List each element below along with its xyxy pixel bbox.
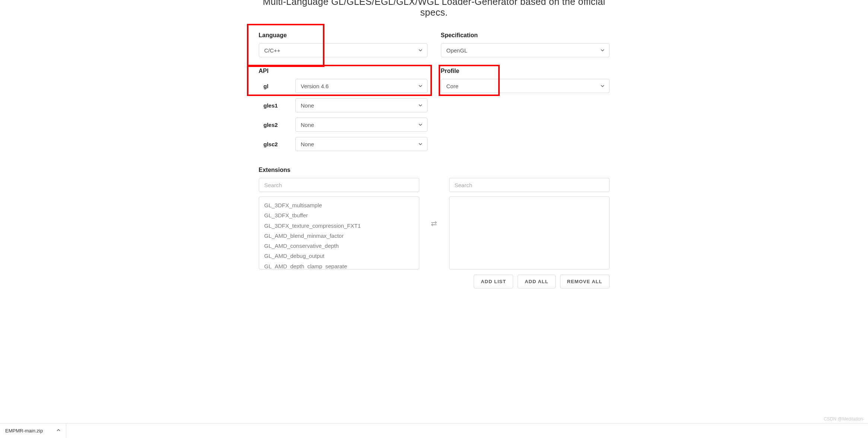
extensions-label: Extensions [259, 167, 610, 173]
ext-item[interactable]: GL_AMD_blend_minmax_factor [259, 231, 419, 241]
language-block: Language C/C++ [259, 32, 427, 57]
ext-item[interactable]: GL_AMD_debug_output [259, 251, 419, 261]
extensions-swap-col: ⇄ [419, 178, 449, 228]
api-glsc2-select[interactable]: None [295, 137, 427, 151]
extensions-selected-search-input[interactable] [449, 178, 610, 192]
extensions-available-list[interactable]: GL_3DFX_multisample GL_3DFX_tbuffer GL_3… [259, 196, 419, 269]
extensions-selected-col: ADD LIST ADD ALL REMOVE ALL [449, 178, 610, 288]
extensions-section: Extensions GL_3DFX_multisample GL_3DFX_t… [259, 167, 610, 288]
extensions-available-col: GL_3DFX_multisample GL_3DFX_tbuffer GL_3… [259, 178, 419, 269]
api-glsc2-label: glsc2 [259, 141, 295, 147]
extensions-buttons: ADD LIST ADD ALL REMOVE ALL [449, 275, 610, 288]
add-all-button[interactable]: ADD ALL [518, 275, 556, 288]
api-gles2-label: gles2 [259, 122, 295, 128]
profile-label: Profile [441, 68, 610, 74]
profile-block: Profile Core [441, 68, 610, 156]
language-label: Language [259, 32, 427, 39]
profile-select[interactable]: Core [441, 79, 610, 93]
language-select[interactable]: C/C++ [259, 43, 427, 57]
specification-block: Specification OpenGL [441, 32, 610, 57]
api-gles2-select[interactable]: None [295, 118, 427, 132]
api-row-gles2: gles2 None [259, 118, 427, 132]
remove-all-button[interactable]: REMOVE ALL [560, 275, 610, 288]
api-gl-label: gl [259, 83, 295, 89]
extensions-selected-list[interactable] [449, 196, 610, 269]
ext-item[interactable]: GL_AMD_depth_clamp_separate [259, 261, 419, 270]
specification-label: Specification [441, 32, 610, 39]
swap-horizontal-icon: ⇄ [431, 219, 437, 228]
api-gles1-label: gles1 [259, 102, 295, 109]
ext-item[interactable]: GL_AMD_conservative_depth [259, 241, 419, 251]
ext-item[interactable]: GL_3DFX_tbuffer [259, 210, 419, 220]
watermark: CSDN @Meditation- [824, 416, 864, 419]
page-subtitle: Multi-Language GL/GLES/EGL/GLX/WGL Loade… [259, 0, 610, 18]
ext-item[interactable]: GL_3DFX_texture_compression_FXT1 [259, 221, 419, 231]
extensions-available-search-input[interactable] [259, 178, 419, 192]
api-row-glsc2: glsc2 None [259, 137, 427, 151]
api-row-gles1: gles1 None [259, 98, 427, 112]
api-gl-select[interactable]: Version 4.6 [295, 79, 427, 93]
specification-select[interactable]: OpenGL [441, 43, 610, 57]
api-row-gl: gl Version 4.6 [259, 79, 427, 93]
api-gles1-select[interactable]: None [295, 98, 427, 112]
api-label: API [259, 68, 427, 74]
ext-item[interactable]: GL_3DFX_multisample [259, 200, 419, 210]
api-block: API gl Version 4.6 gles1 None gles2 [259, 68, 427, 156]
add-list-button[interactable]: ADD LIST [474, 275, 513, 288]
